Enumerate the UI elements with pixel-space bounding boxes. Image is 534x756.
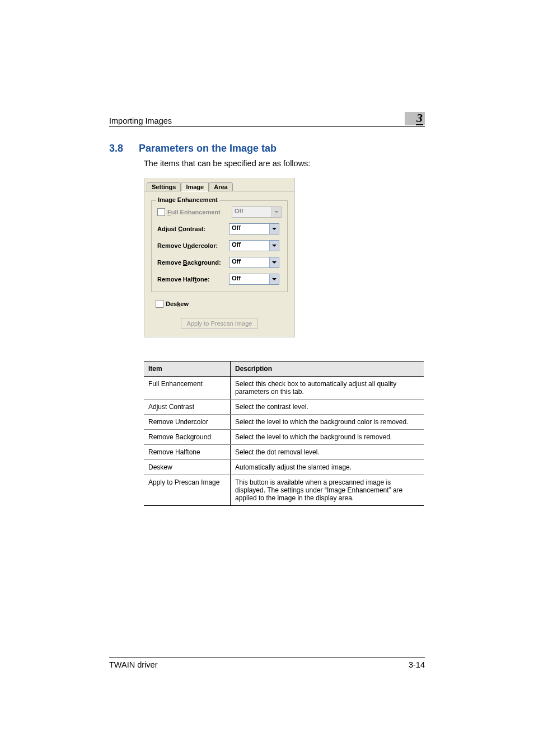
running-title: Importing Images (109, 116, 172, 125)
footer-product: TWAIN driver (109, 660, 157, 669)
image-enhancement-group: Image Enhancement Full Enhancement Off A… (151, 200, 288, 292)
apply-to-prescan-button: Apply to Prescan Image (181, 318, 259, 329)
chapter-badge: 3 (405, 112, 425, 125)
table-cell-item: Full Enhancement (144, 377, 231, 400)
full-enhancement-checkbox[interactable] (157, 208, 165, 216)
table-row: Apply to Prescan Image This button is av… (144, 475, 424, 506)
chevron-down-icon[interactable] (269, 257, 279, 267)
table-cell-desc: Select the dot removal level. (231, 445, 424, 460)
chapter-indicator: 3 (405, 112, 425, 125)
tab-strip: Settings Image Area (144, 178, 294, 191)
row-full-enhancement: Full Enhancement Off (157, 206, 282, 218)
page-footer: TWAIN driver 3-14 (109, 658, 425, 669)
footer-page-number: 3-14 (409, 660, 425, 669)
table-row: Adjust Contrast Select the contrast leve… (144, 400, 424, 415)
deskew-checkbox[interactable] (156, 300, 163, 308)
remove-background-label: Remove Background: (157, 259, 229, 266)
chevron-down-icon[interactable] (269, 224, 279, 234)
chevron-down-icon (271, 207, 281, 217)
adjust-contrast-label: Adjust Contrast: (157, 226, 229, 232)
section-title: Parameters on the Image tab (139, 143, 277, 154)
chevron-down-icon[interactable] (269, 274, 279, 284)
tab-settings[interactable]: Settings (147, 182, 181, 191)
image-tab-dialog: Settings Image Area Image Enhancement Fu… (144, 178, 295, 337)
running-header: Importing Images 3 (109, 112, 425, 127)
table-cell-item: Adjust Contrast (144, 400, 231, 415)
table-header-description: Description (231, 361, 424, 377)
table-header-item: Item (144, 361, 231, 377)
table-cell-item: Remove Undercolor (144, 415, 231, 430)
row-adjust-contrast: Adjust Contrast: Off (157, 223, 282, 234)
table-row: Remove Halftone Select the dot removal l… (144, 445, 424, 460)
chevron-down-icon[interactable] (269, 241, 279, 251)
row-remove-halftone: Remove Halftone: Off (157, 274, 282, 285)
table-cell-desc: Select the level to which the background… (231, 415, 424, 430)
row-remove-undercolor: Remove Undercolor: Off (157, 240, 282, 251)
adjust-contrast-value: Off (229, 224, 269, 234)
table-row: Full Enhancement Select this check box t… (144, 377, 424, 400)
remove-undercolor-value: Off (229, 241, 269, 251)
adjust-contrast-combo[interactable]: Off (229, 223, 279, 234)
table-cell-desc: Select the level to which the background… (231, 430, 424, 445)
table-cell-item: Remove Halftone (144, 445, 231, 460)
table-cell-item: Remove Background (144, 430, 231, 445)
parameter-table: Item Description Full Enhancement Select… (144, 361, 424, 506)
remove-halftone-value: Off (229, 274, 269, 284)
row-remove-background: Remove Background: Off (157, 257, 282, 268)
full-enhancement-value: Off (232, 207, 271, 217)
table-row: Remove Background Select the level to wh… (144, 430, 424, 445)
remove-halftone-label: Remove Halftone: (157, 276, 229, 283)
section-intro: The items that can be specified are as f… (144, 159, 425, 168)
table-row: Deskew Automatically adjust the slanted … (144, 460, 424, 475)
deskew-label: Deskew (166, 300, 189, 307)
remove-undercolor-label: Remove Undercolor: (157, 242, 229, 249)
full-enhancement-combo: Off (232, 206, 282, 218)
table-cell-item: Deskew (144, 460, 231, 475)
full-enhancement-label: Full Enhancement (167, 209, 232, 215)
remove-background-value: Off (229, 257, 269, 267)
remove-halftone-combo[interactable]: Off (229, 274, 279, 285)
section-heading: 3.8 Parameters on the Image tab (109, 143, 425, 154)
remove-background-combo[interactable]: Off (229, 257, 279, 268)
chapter-number: 3 (416, 112, 423, 125)
table-cell-desc: Automatically adjust the slanted image. (231, 460, 424, 475)
table-cell-desc: Select the contrast level. (231, 400, 424, 415)
remove-undercolor-combo[interactable]: Off (229, 240, 279, 251)
section-number: 3.8 (109, 143, 123, 154)
table-cell-desc: This button is available when a prescann… (231, 475, 424, 506)
group-legend: Image Enhancement (156, 196, 219, 203)
tab-area[interactable]: Area (209, 182, 232, 191)
table-cell-item: Apply to Prescan Image (144, 475, 231, 506)
tab-image[interactable]: Image (181, 182, 209, 192)
row-deskew: Deskew (156, 300, 288, 308)
table-row: Remove Undercolor Select the level to wh… (144, 415, 424, 430)
table-cell-desc: Select this check box to automatically a… (231, 377, 424, 400)
